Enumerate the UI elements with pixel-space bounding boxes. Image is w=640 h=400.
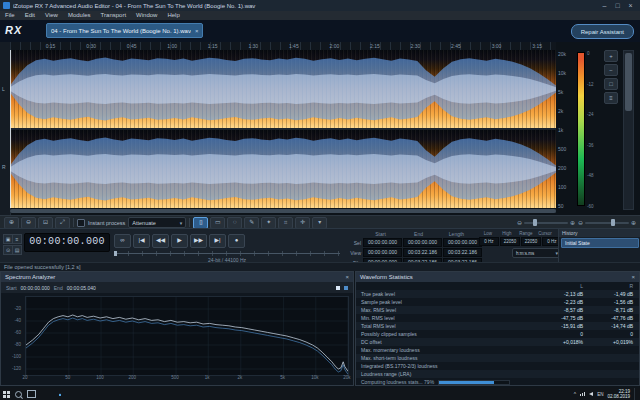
taskbar-app-explorer[interactable] [47,394,49,395]
spectrum-plot-area[interactable] [25,296,349,376]
vertical-zoom-out-icon[interactable]: − [604,64,618,76]
menu-item-transport[interactable]: Transport [96,11,131,20]
frequency-value-field[interactable]: 22050 Hz [500,237,520,246]
meter-scale: 0-12-24-36-48-60 [587,50,602,210]
taskbar-clock[interactable]: 22:19 02.08.2019 [607,389,630,399]
time-format-select[interactable]: h:m:s.ms▾ [512,248,562,258]
vertical-zoom-slider[interactable]: ⊖ ⊕ [578,219,636,226]
zoom-out-time-icon[interactable]: ⊖ [21,217,36,229]
spectrum-x-tick: 1k [205,375,210,380]
taskbar-app-mail[interactable] [71,394,73,395]
menu-item-file[interactable]: File [0,11,20,20]
go-to-start-button[interactable]: |◀ [133,234,150,248]
menu-item-modules[interactable]: Modules [63,11,96,20]
stats-panel-titlebar[interactable]: Waveform Statistics × [356,272,639,282]
spectrum-panel-titlebar[interactable]: Spectrum Analyzer × [1,272,353,282]
menu-item-view[interactable]: View [40,11,63,20]
scrub-bar[interactable] [114,251,340,256]
tool-lasso-selection[interactable]: ◌ [227,217,242,229]
show-desktop-button[interactable] [634,388,637,400]
horizontal-scrollbar[interactable] [10,209,556,213]
channel-label-left[interactable]: L [2,86,5,92]
vertical-scrollbar[interactable] [623,50,634,210]
minimize-button[interactable]: – [598,0,611,11]
repair-assistant-button[interactable]: Repair Assistant [571,24,634,39]
history-item-initial-state[interactable]: Initial State [561,238,639,248]
play-button[interactable]: ▶ [171,234,188,248]
tool-brush-selection[interactable]: ✎ [244,217,259,229]
file-tab[interactable]: 04 - From The Sun To The World (Boogie N… [46,23,203,38]
fast-forward-button[interactable]: ▶▶ [190,234,207,248]
tool-magic-wand[interactable]: ✦ [261,217,276,229]
tray-expand-icon[interactable]: ^ [574,391,576,397]
menu-item-window[interactable]: Window [131,11,162,20]
menu-item-help[interactable]: Help [162,11,184,20]
selection-start-field[interactable]: 00:00:00.000 [363,238,402,247]
selection-end-field[interactable]: 00:03:22.186 [403,248,442,257]
close-icon[interactable]: × [631,274,635,280]
amplitude-colorbar[interactable] [577,52,585,206]
go-to-end-button[interactable]: ▶| [209,234,226,248]
vertical-zoom-in-icon[interactable]: + [604,50,618,62]
instant-process-checkbox[interactable] [77,219,85,227]
taskbar-app-rx[interactable] [59,393,61,396]
taskbar-app-settings[interactable] [65,394,67,395]
selection-start-field[interactable]: 00:00:00.000 [363,248,402,257]
search-icon[interactable] [15,391,22,398]
taskbar-app-browser[interactable] [41,394,43,395]
frequency-value-field[interactable]: 0 Hz [479,237,499,246]
selection-length-field[interactable]: 00:03:22.186 [443,248,482,257]
selection-widget: ▣≡⊙▤ [3,234,20,255]
record-button[interactable]: ● [228,234,245,248]
start-button[interactable] [3,391,10,398]
time-display[interactable]: 00:00:00.000 [24,233,110,252]
taskbar-app-media[interactable] [53,394,55,395]
playhead[interactable] [10,50,11,208]
tool-time-frequency-selection[interactable]: ▭ [210,217,225,229]
horizontal-scrollbar-thumb[interactable] [10,209,556,213]
zoom-in-time-icon[interactable]: ⊕ [4,217,19,229]
zoom-in-icon[interactable]: ⊕ [631,219,636,226]
zoom-fit-icon[interactable]: ⤢ [55,217,70,229]
selection-grid-icon[interactable]: ▤ [12,245,22,255]
spectrum-end-value[interactable]: 00:00:05.040 [67,285,96,291]
tool-marquee[interactable]: ⌗ [278,217,293,229]
tool-time-selection[interactable]: ▯ [193,217,208,229]
tab-close-icon[interactable]: × [195,28,199,34]
zoom-out-icon[interactable]: ⊖ [517,219,522,226]
zoom-slider-thumb[interactable] [611,219,615,226]
loop-button[interactable]: ∞ [114,234,131,248]
horizontal-zoom-slider[interactable]: ⊖ ⊕ [517,219,575,226]
network-icon[interactable] [580,392,585,396]
view-options-icon[interactable]: ≡ [604,92,618,104]
spectrum-panel-title: Spectrum Analyzer [5,274,55,280]
stats-row: Sample peak level-2,23 dB-1,56 dB [356,298,639,306]
stats-row: Max. short-term loudness [356,354,639,362]
spectrogram-right-channel[interactable] [10,130,556,208]
rewind-button[interactable]: ◀◀ [152,234,169,248]
tool-move[interactable]: ✛ [295,217,310,229]
frequency-value-field[interactable]: 22050 Hz [521,237,541,246]
zoom-slider-thumb[interactable] [533,219,537,226]
process-select[interactable]: Attenuate ▾ [128,217,186,228]
close-icon[interactable]: × [345,274,349,280]
task-view-icon[interactable] [27,390,36,398]
scrub-handle[interactable] [114,251,117,256]
zoom-selection-icon[interactable]: ⊡ [38,217,53,229]
selection-list-icon[interactable]: ≡ [12,234,22,244]
vertical-scrollbar-thumb[interactable] [625,53,632,111]
menu-item-edit[interactable]: Edit [20,11,40,20]
tool-marker[interactable]: ▾ [312,217,327,229]
zoom-in-icon[interactable]: ⊕ [570,219,575,226]
volume-icon[interactable] [589,392,593,396]
selection-end-field[interactable]: 00:00:00.000 [403,238,442,247]
spectrum-start-value[interactable]: 00:00:00.000 [21,285,50,291]
maximize-button[interactable]: □ [611,0,624,11]
spectrogram-settings-icon[interactable]: □ [604,78,618,90]
language-indicator[interactable]: EN [597,392,603,397]
zoom-out-icon[interactable]: ⊖ [578,219,583,226]
selection-length-field[interactable]: 00:00:00.000 [443,238,482,247]
channel-label-right[interactable]: R [2,164,6,170]
close-button[interactable]: × [624,0,637,11]
spectrogram-left-channel[interactable] [10,50,556,128]
